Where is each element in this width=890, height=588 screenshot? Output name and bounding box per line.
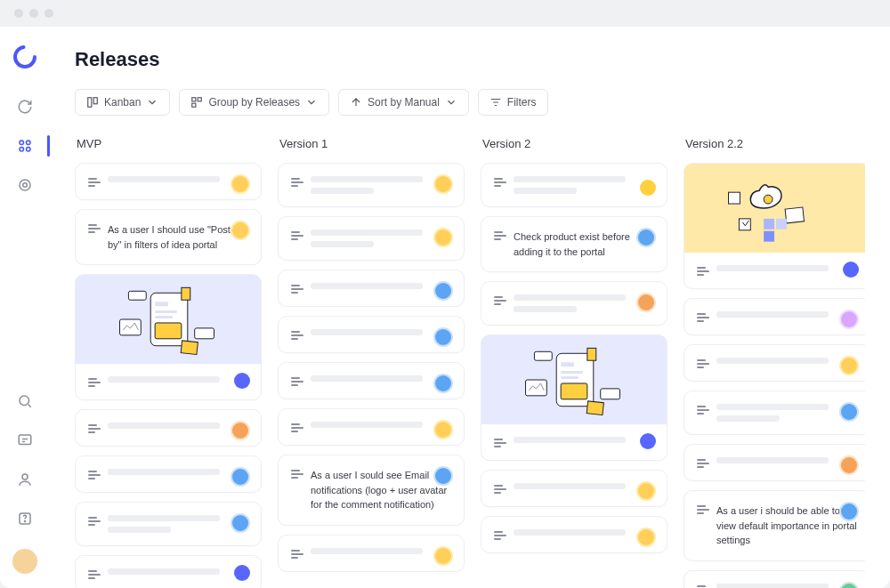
list-icon [697,359,709,368]
card-text: As a user I should use "Posted by" in fi… [108,222,248,252]
window-bar [0,0,890,27]
list-icon [291,331,303,340]
placeholder-lines [716,457,857,463]
kanban-card[interactable]: Check product exist before adding it to … [481,216,668,272]
group-icon [190,96,203,109]
placeholder-lines [311,230,451,247]
list-icon [494,439,506,447]
placeholder-lines [311,422,451,428]
placeholder-lines [514,437,654,443]
user-avatar[interactable] [12,549,37,574]
view-selector[interactable]: Kanban [75,89,170,116]
kanban-card[interactable] [75,455,262,493]
svg-rect-16 [192,103,196,107]
svg-rect-46 [764,231,774,242]
card-avatar [839,310,859,329]
filters-button[interactable]: Filters [478,89,548,116]
group-selector[interactable]: Group by Releases [179,89,329,116]
kanban-card[interactable] [278,216,465,261]
nav-refresh[interactable] [9,91,41,123]
kanban-card[interactable] [684,344,865,382]
svg-rect-38 [587,401,603,415]
card-avatar [433,228,453,247]
svg-point-2 [27,141,31,145]
kanban-card[interactable] [278,535,465,572]
main-content: Releases Kanban Group by Releases Sort b… [50,27,890,588]
kanban-board: MVPAs a user I should use "Posted by" in… [75,137,865,588]
kanban-card[interactable]: As a user i should be able to view defau… [684,490,865,561]
placeholder-lines [311,375,451,382]
card-avatar [636,293,656,312]
chevron-down-icon [445,96,457,109]
svg-rect-12 [88,98,92,108]
card-avatar [433,466,453,486]
kanban-card[interactable] [481,163,668,207]
kanban-card[interactable] [75,163,262,200]
placeholder-lines [514,529,654,536]
kanban-card[interactable] [684,444,865,481]
svg-rect-23 [155,323,182,339]
svg-rect-35 [534,351,552,360]
nav-user[interactable] [9,463,41,495]
svg-rect-19 [182,287,190,300]
nav-messages[interactable] [9,424,41,456]
kanban-card[interactable] [684,163,865,289]
app-logo[interactable] [12,44,37,69]
page-title: Releases [75,48,865,71]
chevron-down-icon [305,96,318,109]
list-icon [697,505,709,514]
kanban-card[interactable] [278,316,465,353]
list-icon [88,517,101,526]
placeholder-lines [311,283,451,289]
kanban-card[interactable] [481,334,668,461]
kanban-card[interactable] [75,409,262,447]
status-dot [640,433,656,449]
placeholder-lines [311,548,451,554]
placeholder-lines [716,584,857,589]
column-title: Version 2.2 [684,137,865,150]
list-icon [291,423,303,432]
kanban-card[interactable] [481,470,668,507]
kanban-card[interactable] [481,516,668,553]
placeholder-lines [108,376,248,383]
kanban-card[interactable]: As a user I should use "Posted by" in fi… [75,209,262,265]
svg-point-9 [22,474,28,479]
sort-selector[interactable]: Sort by Manual [338,89,469,116]
svg-point-3 [20,148,24,152]
svg-rect-45 [776,219,787,230]
card-avatar [231,467,250,487]
kanban-card[interactable] [684,298,865,335]
kanban-card[interactable] [75,274,262,400]
kanban-card[interactable] [684,570,865,589]
status-dot [234,373,250,389]
kanban-card[interactable] [278,408,465,446]
list-icon [291,178,303,187]
toolbar: Kanban Group by Releases Sort by Manual … [75,89,865,116]
kanban-card[interactable] [278,362,465,399]
svg-rect-44 [764,219,774,230]
placeholder-lines [108,469,248,475]
group-label: Group by Releases [208,96,300,109]
kanban-card[interactable] [481,281,668,326]
placeholder-lines [311,176,451,194]
kanban-card[interactable] [75,555,262,588]
nav-help[interactable] [9,503,41,535]
card-avatar [839,455,859,475]
kanban-card[interactable] [278,163,465,207]
kanban-card[interactable] [75,502,262,546]
list-icon [494,485,506,494]
svg-point-5 [20,180,30,190]
nav-releases[interactable] [9,130,41,162]
card-avatar [433,327,453,347]
svg-rect-36 [526,380,547,396]
svg-rect-26 [195,328,214,339]
list-icon [88,471,101,479]
kanban-card[interactable] [684,391,865,435]
placeholder-lines [716,404,857,422]
nav-search[interactable] [9,385,41,417]
kanban-card[interactable] [278,270,465,307]
kanban-icon [86,96,99,109]
sort-icon [350,96,362,109]
kanban-card[interactable]: As a user I sould see Email notification… [278,455,465,526]
nav-target[interactable] [9,169,41,201]
